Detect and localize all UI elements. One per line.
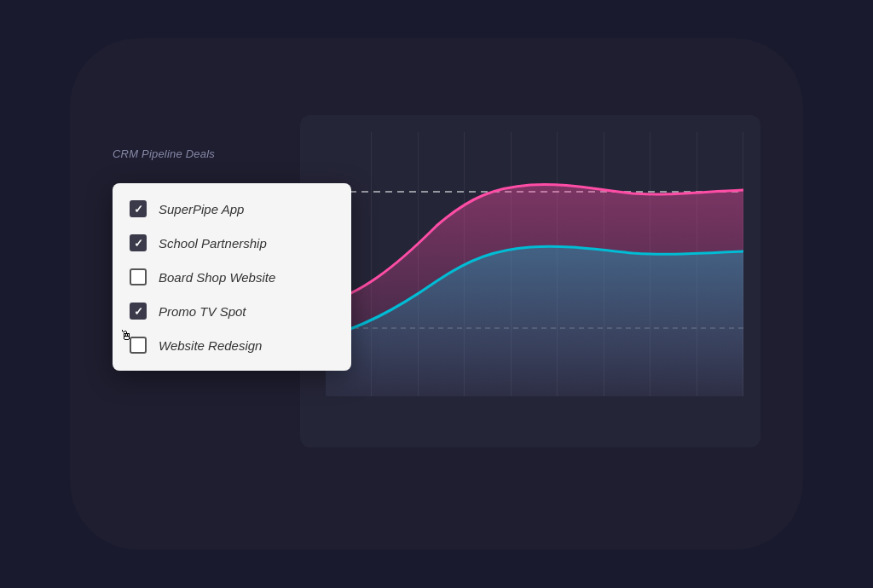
checkbox-superpipe-app[interactable] (130, 200, 147, 217)
legend-label-school-partnership: School Partnership (159, 236, 267, 251)
scene-container: CRM Pipeline Deals (113, 81, 760, 507)
legend-panel: SuperPipe App School Partnership Board S… (113, 183, 351, 371)
legend-item-school-partnership[interactable]: School Partnership (113, 226, 351, 260)
checkbox-website-redesign[interactable] (130, 337, 147, 354)
checkbox-board-shop-website[interactable] (130, 268, 147, 285)
chart-panel (300, 115, 760, 447)
legend-label-superpipe-app: SuperPipe App (159, 202, 244, 216)
legend-item-superpipe-app[interactable]: SuperPipe App (113, 192, 351, 226)
legend-item-promo-tv-spot[interactable]: Promo TV Spot 🖱 (113, 294, 351, 328)
legend-item-website-redesign[interactable]: Website Redesign (113, 328, 351, 362)
chart-area (326, 132, 743, 396)
crm-title: CRM Pipeline Deals (113, 147, 215, 160)
legend-label-website-redesign: Website Redesign (159, 338, 262, 353)
outer-blob: CRM Pipeline Deals (70, 38, 803, 550)
chart-svg (326, 132, 743, 396)
legend-item-board-shop-website[interactable]: Board Shop Website (113, 260, 351, 294)
checkbox-promo-tv-spot[interactable] (130, 303, 147, 320)
checkbox-school-partnership[interactable] (130, 234, 147, 251)
legend-label-promo-tv-spot: Promo TV Spot (159, 304, 246, 319)
legend-label-board-shop-website: Board Shop Website (159, 270, 275, 285)
